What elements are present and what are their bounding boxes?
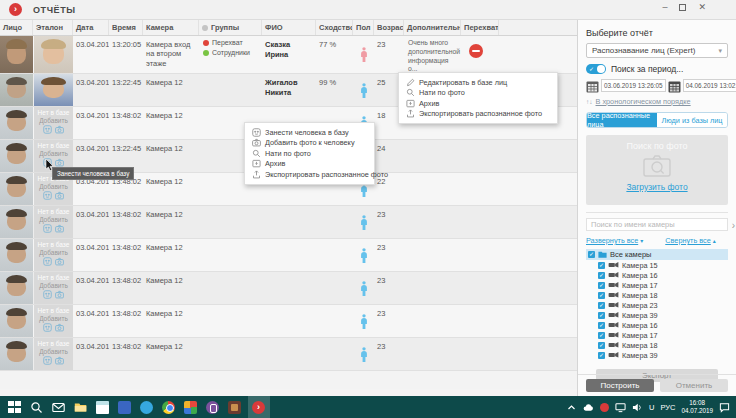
add-photo-icon[interactable] <box>55 224 64 233</box>
menu-item[interactable]: Архив <box>399 98 557 109</box>
report-type-select[interactable]: Распознавание лиц (Expert) ▾ <box>586 43 728 58</box>
checkbox-checked[interactable]: ✓ <box>598 272 605 279</box>
add-photo-icon[interactable] <box>55 191 64 200</box>
menu-item[interactable]: Добавить фото к человеку <box>245 138 374 149</box>
menu-item[interactable]: Экспортировать распознанное фото <box>399 109 557 120</box>
upload-photo-link[interactable]: Загрузить фото <box>626 182 687 192</box>
input-indicator[interactable]: U <box>649 402 654 413</box>
chronological-order-link[interactable]: ↑↓ В хронологическом порядке <box>586 97 728 106</box>
column-header-10[interactable]: Дополнительно <box>404 20 461 35</box>
column-header-1[interactable]: Эталон <box>33 20 73 35</box>
minimize-button[interactable]: – <box>662 2 667 12</box>
checkbox-checked[interactable]: ✓ <box>598 322 605 329</box>
camera-tree-item[interactable]: ✓Камера 23 <box>586 300 728 310</box>
column-header-4[interactable]: Камера <box>143 20 199 35</box>
column-header-3[interactable]: Время <box>109 20 143 35</box>
taskbar-app-brown-icon[interactable] <box>228 401 241 414</box>
taskbar-search-icon[interactable] <box>30 401 43 414</box>
taskbar-mail-icon[interactable] <box>52 401 65 414</box>
add-person-icon[interactable] <box>43 323 52 332</box>
taskbar-app-blue-icon[interactable] <box>118 401 131 414</box>
cancel-button[interactable]: Отменить <box>660 379 728 392</box>
column-header-0[interactable]: Лицо <box>0 20 33 35</box>
period-toggle[interactable] <box>586 64 606 74</box>
checkbox-checked[interactable]: ✓ <box>598 292 605 299</box>
close-button[interactable]: ✕ <box>698 2 706 12</box>
maximize-button[interactable] <box>679 4 686 11</box>
camera-tree-item[interactable]: ✓Камера 39 <box>586 310 728 320</box>
taskbar-calculator-icon[interactable] <box>96 401 109 414</box>
date-to-input[interactable]: 04.06.2019 13:02:40 <box>683 79 736 92</box>
add-person-icon[interactable] <box>43 257 52 266</box>
column-header-2[interactable]: Дата <box>73 20 109 35</box>
table-row[interactable]: 03.04.201913:20:05Камера вход на втором … <box>0 36 577 74</box>
column-header-9[interactable]: Возраст <box>374 20 404 35</box>
column-header-11[interactable]: Перехват <box>461 20 499 35</box>
checkbox-checked[interactable]: ✓ <box>588 251 595 258</box>
collapse-panel-arrow[interactable]: › <box>732 220 735 231</box>
add-photo-icon[interactable] <box>55 125 64 134</box>
tab-all-recognized-faces[interactable]: Все распознанные лица <box>587 113 657 127</box>
taskbar-start-icon[interactable] <box>8 401 14 407</box>
add-person-icon[interactable] <box>43 191 52 200</box>
taskbar-explorer-icon[interactable] <box>74 401 87 414</box>
checkbox-checked[interactable]: ✓ <box>598 282 605 289</box>
add-photo-icon[interactable] <box>55 356 64 365</box>
add-person-icon[interactable] <box>43 356 52 365</box>
taskbar-face-app-icon[interactable] <box>248 396 270 418</box>
camera-tree-item[interactable]: ✓Камера 17 <box>586 330 728 340</box>
camera-tree-item[interactable]: ✓Камера 16 <box>586 320 728 330</box>
cloud-icon[interactable] <box>583 402 594 413</box>
add-photo-icon[interactable] <box>55 158 64 167</box>
expand-all-link[interactable]: Развернуть все ▾ <box>586 236 643 245</box>
checkbox-checked[interactable]: ✓ <box>598 302 605 309</box>
camera-tree-item[interactable]: ✓Камера 16 <box>586 270 728 280</box>
taskbar-app-circle-icon[interactable] <box>140 401 153 414</box>
collapse-all-link[interactable]: Свернуть все ▴ <box>665 236 716 245</box>
add-photo-icon[interactable] <box>55 290 64 299</box>
taskbar-viber-icon[interactable] <box>206 401 219 414</box>
taskbar-photos-icon[interactable] <box>184 401 197 414</box>
table-row[interactable]: Нет в базеДобавить03.04.201913:48:02Каме… <box>0 272 577 305</box>
menu-item[interactable]: Занести человека в базу <box>245 127 374 138</box>
add-photo-icon[interactable] <box>55 323 64 332</box>
tab-people-from-db[interactable]: Люди из базы лиц <box>657 113 727 127</box>
column-header-8[interactable]: Пол <box>353 20 374 35</box>
add-person-icon[interactable] <box>43 224 52 233</box>
add-photo-icon[interactable] <box>55 257 64 266</box>
network-icon[interactable] <box>615 402 626 413</box>
face-app-tray-icon[interactable] <box>600 403 609 412</box>
add-person-icon[interactable] <box>43 290 52 299</box>
camera-tree-item[interactable]: ✓Камера 15 <box>586 260 728 270</box>
tray-expand-icon[interactable] <box>566 402 577 413</box>
column-header-7[interactable]: Сходство <box>316 20 353 35</box>
taskbar-browser-icon[interactable] <box>162 401 175 414</box>
build-button[interactable]: Построить <box>586 379 654 392</box>
calendar-icon[interactable] <box>586 79 599 92</box>
menu-item[interactable]: Архив <box>245 159 374 170</box>
all-cameras-node[interactable]: ✓ Все камеры <box>586 249 728 260</box>
clock[interactable]: 16:08 04.07.2019 <box>681 399 713 416</box>
notifications-icon[interactable] <box>719 402 730 413</box>
volume-icon[interactable] <box>632 402 643 413</box>
camera-tree-item[interactable]: ✓Камера 18 <box>586 340 728 350</box>
checkbox-checked[interactable]: ✓ <box>598 312 605 319</box>
date-from-input[interactable]: 03.06.2019 13:26:05 <box>601 79 666 92</box>
camera-tree-item[interactable]: ✓Камера 39 <box>586 350 728 360</box>
checkbox-checked[interactable]: ✓ <box>598 332 605 339</box>
calendar-icon[interactable] <box>668 79 681 92</box>
column-header-6[interactable]: ФИО <box>262 20 316 35</box>
checkbox-checked[interactable]: ✓ <box>598 352 605 359</box>
camera-tree-item[interactable]: ✓Камера 18 <box>586 290 728 300</box>
add-person-icon[interactable] <box>43 125 52 134</box>
table-row[interactable]: Нет в базеДобавить03.04.201913:48:02Каме… <box>0 239 577 272</box>
camera-tree-item[interactable]: ✓Камера 17 <box>586 280 728 290</box>
table-row[interactable]: Нет в базеДобавить03.04.201913:48:02Каме… <box>0 305 577 338</box>
column-header-5[interactable]: Группы <box>199 20 262 35</box>
checkbox-checked[interactable]: ✓ <box>598 262 605 269</box>
table-row[interactable]: Нет в базеДобавить03.04.201913:48:02Каме… <box>0 206 577 239</box>
menu-item[interactable]: Нати по фото <box>245 148 374 159</box>
camera-name-search-input[interactable]: Поиск по имени камеры <box>586 218 728 231</box>
checkbox-checked[interactable]: ✓ <box>598 342 605 349</box>
language-indicator[interactable]: РУС <box>660 402 675 413</box>
